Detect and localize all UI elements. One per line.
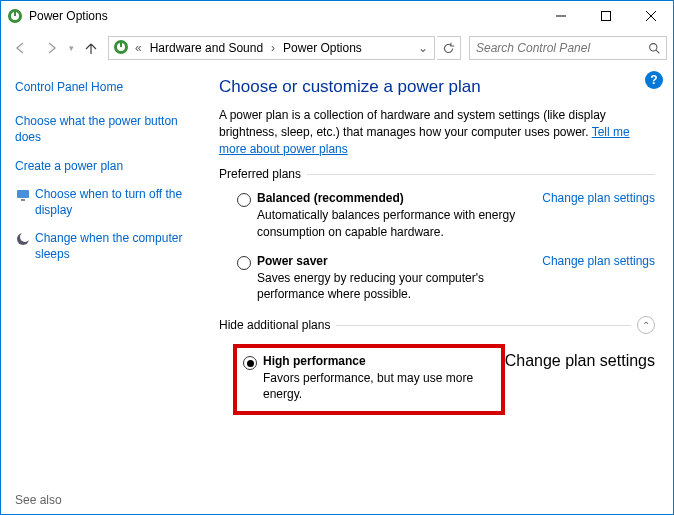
plan-desc: Automatically balances performance with … [257,207,532,239]
plan-power-saver: Power saver Saves energy by reducing you… [219,254,655,302]
power-options-icon [7,8,23,24]
address-dropdown-icon[interactable]: ⌄ [412,41,434,55]
plan-desc: Saves energy by reducing your computer's… [257,270,532,302]
plan-balanced: Balanced (recommended) Automatically bal… [219,191,655,239]
titlebar: Power Options [1,1,673,31]
search-input[interactable] [470,41,642,55]
display-icon [15,187,31,203]
svg-rect-12 [17,190,29,198]
plan-desc: Favors performance, but may use more ene… [263,370,495,402]
control-panel-home-link[interactable]: Control Panel Home [15,79,201,95]
svg-rect-2 [14,11,16,16]
svg-point-10 [649,43,656,50]
breadcrumb-power-options[interactable]: Power Options [281,39,364,57]
maximize-button[interactable] [583,2,628,31]
collapse-icon[interactable]: ⌃ [637,316,655,334]
back-button[interactable] [7,34,35,62]
chevron-left-icon[interactable]: « [131,41,146,55]
window-title: Power Options [29,9,538,23]
plan-name: High performance [263,354,495,368]
preferred-plans-header: Preferred plans [219,167,655,181]
svg-point-15 [20,232,30,242]
address-bar[interactable]: « Hardware and Sound › Power Options ⌄ [108,36,435,60]
forward-button[interactable] [37,34,65,62]
highlight-box: High performance Favors performance, but… [233,344,505,414]
svg-rect-4 [601,12,610,21]
moon-icon [15,231,31,247]
svg-line-11 [656,50,659,53]
search-box[interactable] [469,36,667,60]
change-plan-settings-link[interactable]: Change plan settings [505,352,655,370]
refresh-button[interactable] [437,36,461,60]
balanced-radio[interactable] [237,193,251,207]
minimize-button[interactable] [538,2,583,31]
hide-additional-header[interactable]: Hide additional plans ⌃ [219,316,655,334]
create-power-plan-link[interactable]: Create a power plan [15,158,201,174]
history-dropdown-icon[interactable]: ▾ [67,43,76,53]
up-button[interactable] [80,37,102,59]
highperf-radio[interactable] [243,356,257,370]
turn-off-display-link[interactable]: Choose when to turn off the display [35,186,201,218]
plan-name: Power saver [257,254,532,268]
svg-rect-13 [21,199,25,201]
nav-row: ▾ « Hardware and Sound › Power Options ⌄ [1,31,673,65]
powersaver-radio[interactable] [237,256,251,270]
breadcrumb-hardware[interactable]: Hardware and Sound [148,39,265,57]
svg-rect-9 [120,42,122,47]
plan-high-performance: High performance Favors performance, but… [243,354,495,402]
page-description: A power plan is a collection of hardware… [219,107,655,157]
power-options-icon [113,39,129,58]
main-panel: ? Choose or customize a power plan A pow… [211,65,673,514]
page-title: Choose or customize a power plan [219,77,655,97]
chevron-right-icon[interactable]: › [267,41,279,55]
choose-power-button-link[interactable]: Choose what the power button does [15,113,201,145]
plan-name: Balanced (recommended) [257,191,532,205]
change-plan-settings-link[interactable]: Change plan settings [542,254,655,268]
help-icon[interactable]: ? [645,71,663,89]
sidebar: Control Panel Home Choose what the power… [1,65,211,514]
close-button[interactable] [628,2,673,31]
computer-sleeps-link[interactable]: Change when the computer sleeps [35,230,201,262]
search-icon[interactable] [642,42,666,55]
change-plan-settings-link[interactable]: Change plan settings [542,191,655,205]
see-also-label: See also [15,493,201,507]
